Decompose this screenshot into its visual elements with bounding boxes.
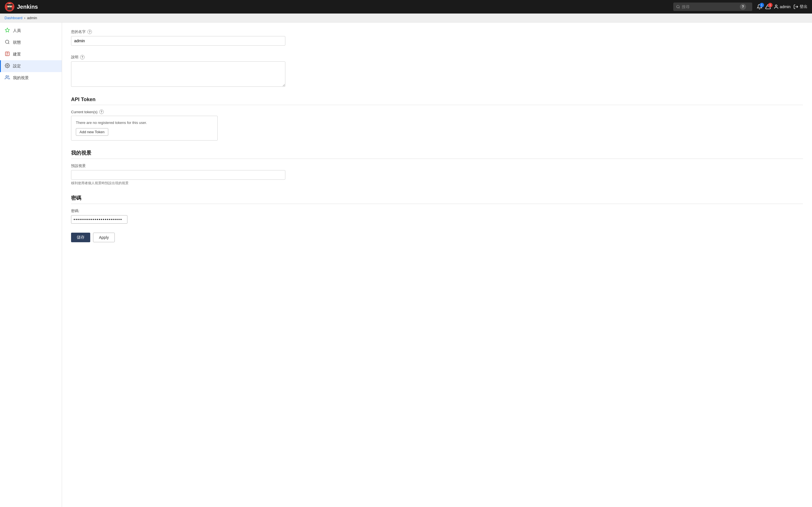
main-content: 您的名字 ? 說明 ? API Token Current token(s) ?…: [62, 22, 812, 507]
svg-marker-12: [5, 28, 10, 32]
user-menu-button[interactable]: admin: [774, 4, 791, 9]
main-layout: 人員 狀態 建置 設定: [0, 22, 812, 507]
description-textarea[interactable]: [71, 61, 285, 87]
notifications-badge: 1: [760, 3, 764, 7]
svg-point-10: [775, 5, 777, 6]
status-icon: [4, 40, 10, 46]
jenkins-logo-icon: [4, 2, 15, 12]
current-tokens-label: Current token(s) ?: [71, 110, 803, 114]
my-views-title: 我的視景: [71, 150, 803, 159]
app-logo[interactable]: Jenkins: [4, 2, 38, 12]
warnings-button[interactable]: 1: [765, 4, 771, 10]
sidebar-item-status-label: 狀態: [13, 40, 21, 45]
name-help-icon[interactable]: ?: [87, 30, 92, 34]
sidebar-item-my-views-label: 我的視景: [13, 75, 29, 80]
svg-rect-2: [7, 7, 12, 10]
password-section: 密碼 密碼:: [71, 194, 803, 224]
search-input[interactable]: [682, 4, 738, 9]
sidebar-item-my-views[interactable]: 我的視景: [0, 72, 62, 84]
svg-rect-5: [6, 4, 13, 6]
sidebar-item-status[interactable]: 狀態: [0, 37, 62, 48]
sidebar-item-build[interactable]: 建置: [0, 48, 62, 60]
name-section: 您的名字 ?: [71, 29, 803, 46]
token-box: There are no registered tokens for this …: [71, 116, 218, 140]
navbar: Jenkins ? 1 1 admin: [0, 0, 812, 13]
user-label: admin: [780, 4, 791, 9]
name-input[interactable]: [71, 36, 285, 46]
logout-label: 登出: [800, 4, 808, 9]
password-input[interactable]: [71, 215, 128, 224]
my-views-icon: [4, 75, 10, 81]
api-token-title: API Token: [71, 97, 803, 105]
sidebar-item-settings-label: 設定: [13, 64, 21, 69]
description-section: 說明 ?: [71, 55, 803, 88]
breadcrumb-separator: ›: [24, 16, 26, 20]
user-icon: [774, 4, 779, 9]
navbar-icons: 1 1 admin 登出: [757, 4, 808, 10]
name-label: 您的名字 ?: [71, 29, 803, 34]
svg-point-6: [677, 5, 679, 8]
logout-button[interactable]: 登出: [794, 4, 808, 9]
notifications-button[interactable]: 1: [757, 4, 762, 10]
svg-line-7: [679, 8, 680, 8]
build-icon: [4, 51, 10, 57]
search-help-icon[interactable]: ?: [740, 4, 746, 10]
sidebar-item-build-label: 建置: [13, 52, 21, 57]
default-view-input[interactable]: [71, 170, 285, 180]
svg-point-20: [6, 75, 8, 77]
breadcrumb-dashboard[interactable]: Dashboard: [4, 16, 22, 20]
search-icon: [676, 5, 680, 9]
warnings-badge: 1: [768, 3, 772, 7]
action-buttons: 儲存 Apply: [71, 233, 803, 242]
logout-icon: [794, 4, 799, 9]
sidebar: 人員 狀態 建置 設定: [0, 22, 62, 507]
password-title: 密碼: [71, 194, 803, 204]
add-new-token-button[interactable]: Add new Token: [76, 128, 108, 136]
default-view-hint: 移到使用者個人視景時預設出現的視景: [71, 181, 803, 186]
breadcrumb: Dashboard › admin: [0, 13, 812, 22]
my-views-section: 我的視景 預設視景 移到使用者個人視景時預設出現的視景: [71, 150, 803, 186]
search-bar: ?: [673, 3, 752, 11]
app-title: Jenkins: [17, 4, 38, 10]
settings-icon: [4, 63, 10, 69]
description-help-icon[interactable]: ?: [80, 55, 85, 59]
api-token-section: API Token Current token(s) ? There are n…: [71, 97, 803, 140]
svg-line-14: [8, 43, 9, 44]
apply-button[interactable]: Apply: [93, 233, 115, 242]
current-tokens-help-icon[interactable]: ?: [99, 110, 104, 114]
default-view-label: 預設視景: [71, 163, 803, 168]
password-label: 密碼:: [71, 209, 803, 214]
sidebar-item-people-label: 人員: [13, 28, 21, 33]
svg-point-13: [5, 40, 9, 43]
sidebar-item-people[interactable]: 人員: [0, 25, 62, 37]
svg-point-19: [7, 65, 8, 66]
save-button[interactable]: 儲存: [71, 233, 90, 242]
sidebar-item-settings[interactable]: 設定: [0, 60, 62, 72]
people-icon: [4, 27, 10, 34]
description-label: 說明 ?: [71, 55, 803, 60]
breadcrumb-current: admin: [27, 16, 37, 20]
no-tokens-text: There are no registered tokens for this …: [76, 121, 213, 125]
